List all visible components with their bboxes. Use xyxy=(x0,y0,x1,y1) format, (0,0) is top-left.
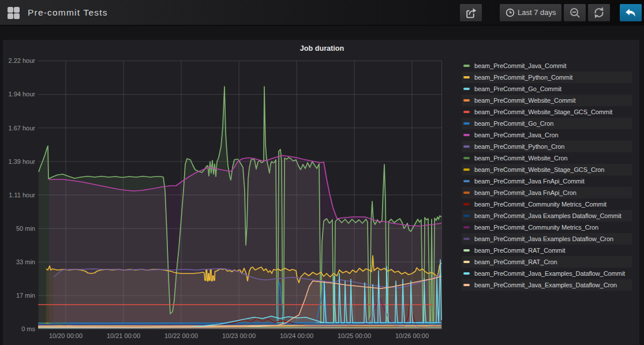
svg-text:10/24 00:00: 10/24 00:00 xyxy=(280,332,313,339)
svg-text:10/23 00:00: 10/23 00:00 xyxy=(222,332,256,339)
svg-text:50 min: 50 min xyxy=(16,225,35,232)
svg-text:1.94 hour: 1.94 hour xyxy=(9,91,36,97)
svg-text:10/25 00:00: 10/25 00:00 xyxy=(338,332,371,339)
svg-text:17 min: 17 min xyxy=(16,292,35,299)
svg-text:0 ms: 0 ms xyxy=(21,325,35,332)
svg-text:1.39 hour: 1.39 hour xyxy=(9,158,36,165)
svg-text:1.67 hour: 1.67 hour xyxy=(9,125,36,132)
svg-text:10/22 00:00: 10/22 00:00 xyxy=(164,332,198,339)
svg-text:1.11 hour: 1.11 hour xyxy=(9,192,35,198)
svg-text:33 min: 33 min xyxy=(16,258,35,265)
svg-text:2.22 hour: 2.22 hour xyxy=(9,57,36,64)
svg-text:10/20 00:00: 10/20 00:00 xyxy=(49,332,83,339)
svg-text:10/26 00:00: 10/26 00:00 xyxy=(395,332,429,339)
svg-text:10/21 00:00: 10/21 00:00 xyxy=(107,332,140,339)
